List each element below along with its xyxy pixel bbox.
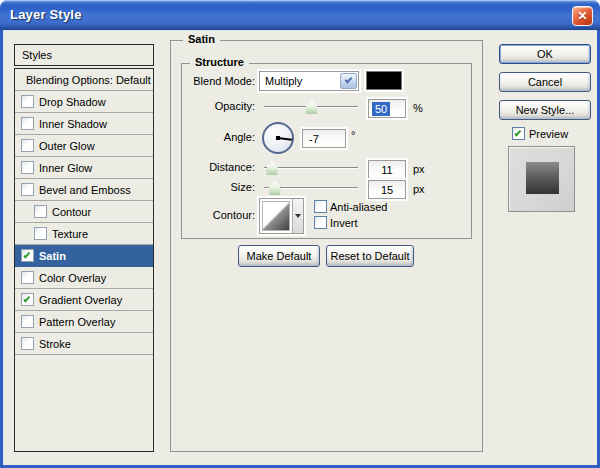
layer-style-dialog: Layer Style ✕ Styles Blending Options: D…: [0, 0, 600, 468]
size-slider-thumb[interactable]: [269, 181, 280, 195]
distance-slider-track[interactable]: [264, 167, 358, 169]
style-preview-swatch: [526, 162, 559, 194]
opacity-label: Opacity:: [173, 100, 255, 112]
blend-mode-dropdown-button[interactable]: [340, 73, 357, 89]
texture-checkbox[interactable]: [34, 227, 47, 240]
pattern-overlay-checkbox[interactable]: [21, 315, 34, 328]
gradient-overlay-checkbox[interactable]: [21, 293, 34, 306]
sidebar-item-blending-options[interactable]: Blending Options: Default: [15, 69, 153, 91]
distance-slider-thumb[interactable]: [267, 161, 278, 175]
sidebar-item-inner-shadow[interactable]: Inner Shadow: [15, 113, 153, 135]
sidebar-item-label: Satin: [39, 250, 66, 262]
size-slider[interactable]: [264, 181, 358, 195]
satin-checkbox[interactable]: [21, 249, 34, 262]
sidebar-item-color-overlay[interactable]: Color Overlay: [15, 267, 153, 289]
blend-mode-label: Blend Mode:: [173, 75, 255, 87]
opacity-slider[interactable]: [264, 100, 358, 114]
angle-input[interactable]: -7: [302, 129, 346, 148]
distance-slider[interactable]: [264, 161, 358, 175]
distance-label: Distance:: [173, 161, 255, 173]
new-style-button[interactable]: New Style...: [499, 100, 591, 120]
anti-aliased-option[interactable]: Anti-aliased: [314, 200, 387, 213]
contour-thumbnail[interactable]: [262, 201, 290, 231]
title-bar[interactable]: Layer Style ✕: [0, 0, 600, 30]
distance-value: 11: [381, 164, 392, 176]
opacity-slider-thumb[interactable]: [306, 100, 317, 114]
angle-label: Angle:: [173, 131, 255, 143]
angle-dial-center: [276, 136, 280, 140]
bevel-and-emboss-checkbox[interactable]: [21, 183, 34, 196]
panel-title: Satin: [183, 33, 220, 45]
sidebar-item-inner-glow[interactable]: Inner Glow: [15, 157, 153, 179]
contour-dropdown-button[interactable]: [292, 199, 303, 233]
anti-aliased-label: Anti-aliased: [330, 201, 387, 213]
sidebar-item-label: Drop Shadow: [39, 96, 106, 108]
cancel-button[interactable]: Cancel: [499, 72, 591, 92]
make-default-button[interactable]: Make Default: [238, 245, 320, 267]
inner-shadow-checkbox[interactable]: [21, 117, 34, 130]
check-icon: [514, 129, 521, 136]
chevron-down-icon: [345, 76, 353, 84]
check-icon: [23, 295, 30, 302]
contour-label: Contour:: [173, 209, 255, 221]
sidebar-item-label: Inner Glow: [39, 162, 92, 174]
contour-checkbox[interactable]: [34, 205, 47, 218]
sidebar-item-label: Pattern Overlay: [39, 316, 115, 328]
distance-input[interactable]: 11: [368, 160, 406, 179]
invert-option[interactable]: Invert: [314, 216, 358, 229]
angle-value: -7: [309, 133, 319, 145]
inner-glow-checkbox[interactable]: [21, 161, 34, 174]
sidebar-item-gradient-overlay[interactable]: Gradient Overlay: [15, 289, 153, 311]
satin-panel: Satin Structure Blend Mode: Multiply Opa…: [170, 40, 483, 452]
preview-label: Preview: [529, 128, 568, 140]
sidebar-item-label: Color Overlay: [39, 272, 106, 284]
dialog-body: Styles Blending Options: DefaultDrop Sha…: [3, 30, 597, 465]
invert-checkbox[interactable]: [314, 216, 327, 229]
sidebar-item-drop-shadow[interactable]: Drop Shadow: [15, 91, 153, 113]
size-label: Size:: [173, 181, 255, 193]
opacity-unit: %: [413, 102, 423, 114]
sidebar-item-contour[interactable]: Contour: [15, 201, 153, 223]
close-button[interactable]: ✕: [572, 6, 593, 26]
anti-aliased-checkbox[interactable]: [314, 200, 327, 213]
color-overlay-checkbox[interactable]: [21, 271, 34, 284]
opacity-value: 50: [372, 102, 390, 116]
sidebar-item-texture[interactable]: Texture: [15, 223, 153, 245]
opacity-input[interactable]: 50: [368, 99, 406, 118]
reset-to-default-button[interactable]: Reset to Default: [326, 245, 414, 267]
check-icon: [23, 251, 30, 258]
preview-checkbox[interactable]: [512, 127, 525, 140]
sidebar-item-label: Contour: [52, 206, 91, 218]
effects-list: Blending Options: DefaultDrop ShadowInne…: [14, 68, 154, 452]
sidebar-item-label: Outer Glow: [39, 140, 95, 152]
sidebar-item-satin[interactable]: Satin: [15, 245, 153, 267]
angle-dial[interactable]: [262, 122, 294, 154]
blend-mode-value: Multiply: [260, 75, 302, 87]
sidebar-item-bevel-and-emboss[interactable]: Bevel and Emboss: [15, 179, 153, 201]
styles-header[interactable]: Styles: [14, 44, 154, 66]
outer-glow-checkbox[interactable]: [21, 139, 34, 152]
sidebar-item-label: Stroke: [39, 338, 71, 350]
ok-button[interactable]: OK: [499, 44, 591, 64]
stroke-checkbox[interactable]: [21, 337, 34, 350]
close-icon: ✕: [577, 10, 587, 22]
satin-color-swatch[interactable]: [366, 71, 402, 90]
preview-option[interactable]: Preview: [512, 127, 568, 140]
distance-unit: px: [413, 163, 425, 175]
size-input[interactable]: 15: [368, 180, 406, 199]
sidebar-item-label: Gradient Overlay: [39, 294, 122, 306]
styles-header-label: Styles: [22, 49, 52, 61]
window-title: Layer Style: [10, 7, 82, 22]
angle-unit: °: [351, 129, 355, 141]
sidebar-item-label: Bevel and Emboss: [39, 184, 131, 196]
size-unit: px: [413, 183, 425, 195]
contour-picker[interactable]: [259, 198, 304, 234]
style-preview-thumbnail: [508, 146, 575, 212]
sidebar-item-stroke[interactable]: Stroke: [15, 333, 153, 355]
arrow-down-icon: [295, 214, 301, 218]
size-value: 15: [381, 184, 393, 196]
blend-mode-select[interactable]: Multiply: [259, 71, 359, 91]
sidebar-item-pattern-overlay[interactable]: Pattern Overlay: [15, 311, 153, 333]
drop-shadow-checkbox[interactable]: [21, 95, 34, 108]
sidebar-item-outer-glow[interactable]: Outer Glow: [15, 135, 153, 157]
